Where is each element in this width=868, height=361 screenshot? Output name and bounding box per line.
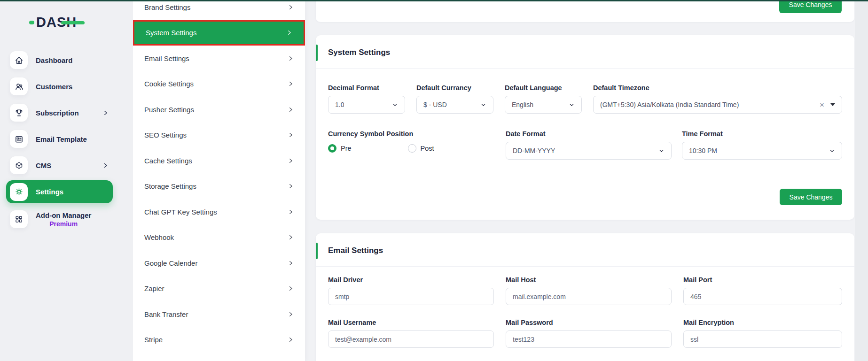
trophy-icon xyxy=(15,108,23,117)
chevron-right-icon xyxy=(288,285,294,292)
chevron-right-icon xyxy=(288,234,294,240)
chevron-right-icon xyxy=(288,260,294,266)
chevron-down-icon xyxy=(569,102,575,108)
card-header-divider xyxy=(316,266,854,267)
chevron-right-icon xyxy=(288,107,294,113)
date-format-label: Date Format xyxy=(506,130,672,138)
mail-password-label: Mail Password xyxy=(506,319,672,326)
sidebar-item-cms[interactable]: CMS xyxy=(0,152,133,178)
save-changes-button-system[interactable]: Save Changes xyxy=(780,189,842,205)
card-accent-bar xyxy=(316,243,318,259)
chevron-right-icon xyxy=(288,311,294,317)
previous-settings-card: Save Changes xyxy=(316,0,854,22)
sidebar-item-dashboard[interactable]: Dashboard xyxy=(0,47,133,73)
settings-menu-item-zapier[interactable]: Zapier xyxy=(133,276,305,302)
chevron-right-icon xyxy=(102,162,109,169)
mail-password-input[interactable] xyxy=(506,330,672,348)
currency-position-pre-radio[interactable]: Pre xyxy=(328,144,352,153)
mail-port-label: Mail Port xyxy=(683,276,842,284)
default-currency-select[interactable]: $ - USD xyxy=(416,96,493,114)
decimal-format-select[interactable]: 1.0 xyxy=(328,96,405,114)
save-changes-button-top[interactable]: Save Changes xyxy=(779,0,842,13)
mail-host-input[interactable] xyxy=(506,288,672,305)
mail-username-input[interactable] xyxy=(328,330,494,348)
sidebar-item-email-template[interactable]: Email Template xyxy=(0,126,133,152)
chevron-right-icon xyxy=(288,4,294,10)
chevron-down-icon xyxy=(658,148,665,154)
mail-host-label: Mail Host xyxy=(506,276,672,284)
radio-unselected-icon xyxy=(408,144,416,153)
decimal-format-label: Decimal Format xyxy=(328,84,405,92)
chevron-right-icon xyxy=(288,55,294,61)
default-timezone-select[interactable]: (GMT+5:30) Asia/Kolkata (India Standard … xyxy=(593,96,842,114)
box-icon xyxy=(15,161,23,170)
logo-dash-bar xyxy=(61,21,85,24)
settings-menu-item-email-settings[interactable]: Email Settings xyxy=(133,46,305,71)
chevron-right-icon xyxy=(288,209,294,215)
settings-menu-item-seo-settings[interactable]: SEO Settings xyxy=(133,123,305,148)
default-language-select[interactable]: English xyxy=(505,96,582,114)
premium-badge: Premium xyxy=(36,220,91,228)
settings-menu-item-bank-transfer[interactable]: Bank Transfer xyxy=(133,301,305,327)
settings-menu-item-cookie-settings[interactable]: Cookie Settings xyxy=(133,71,305,97)
mail-encryption-input[interactable] xyxy=(683,330,842,348)
mail-username-label: Mail Username xyxy=(328,319,494,326)
caret-down-icon xyxy=(830,103,835,106)
settings-menu-item-cache-settings[interactable]: Cache Settings xyxy=(133,148,305,174)
time-format-label: Time Format xyxy=(682,130,842,138)
default-language-label: Default Language xyxy=(505,84,582,92)
settings-menu-item-system-settings[interactable]: System Settings xyxy=(133,20,305,46)
sidebar-item-subscription[interactable]: Subscription xyxy=(0,100,133,126)
default-currency-label: Default Currancy xyxy=(416,84,493,92)
settings-menu-item-storage-settings[interactable]: Storage Settings xyxy=(133,174,305,200)
scrollbar-track[interactable] xyxy=(855,0,868,361)
logo-dash-dot xyxy=(29,21,34,24)
apps-icon xyxy=(15,215,23,223)
top-accent-bar xyxy=(0,0,868,1)
settings-menu-item-chatgpt-key-settings[interactable]: Chat GPT Key Settings xyxy=(133,199,305,225)
main-content: Save Changes System Settings Decimal For… xyxy=(305,0,868,361)
clear-icon[interactable]: × xyxy=(820,101,824,109)
default-timezone-label: Default Timezone xyxy=(593,84,842,92)
settings-menu-item-stripe[interactable]: Stripe xyxy=(133,327,305,353)
chevron-right-icon xyxy=(288,81,294,87)
app-screen: DASH Dashboard Customers Subscript xyxy=(0,0,868,361)
chevron-right-icon xyxy=(102,110,109,116)
currency-symbol-position-label: Currency Symbol Position xyxy=(328,130,488,138)
radio-selected-icon xyxy=(328,144,336,153)
currency-position-post-radio[interactable]: Post xyxy=(408,144,434,153)
date-format-select[interactable]: DD-MM-YYYY xyxy=(506,142,672,160)
email-settings-card: Email Settings Mail Driver Mail Host Mai… xyxy=(316,233,854,361)
card-header-divider xyxy=(316,68,854,69)
system-settings-card: System Settings Decimal Format 1.0 Defau… xyxy=(316,35,854,220)
settings-submenu: Brand Settings System Settings Email Set… xyxy=(133,0,305,361)
users-icon xyxy=(15,82,23,91)
sidebar-item-customers[interactable]: Customers xyxy=(0,73,133,100)
settings-menu-item-webhook[interactable]: Webhook xyxy=(133,225,305,251)
chevron-down-icon xyxy=(829,148,835,154)
sidebar-item-addon-manager[interactable]: Add-on Manager Premium xyxy=(0,205,133,234)
mail-encryption-label: Mail Encryption xyxy=(683,319,842,326)
time-format-select[interactable]: 10:30 PM xyxy=(682,142,842,160)
card-accent-bar xyxy=(316,45,318,61)
chevron-right-icon xyxy=(288,132,294,138)
chevron-right-icon xyxy=(286,30,292,36)
mail-driver-input[interactable] xyxy=(328,288,494,305)
settings-menu-item-pusher-settings[interactable]: Pusher Settings xyxy=(133,97,305,123)
system-settings-title: System Settings xyxy=(328,48,390,57)
dash-logo: DASH xyxy=(29,14,77,30)
template-icon xyxy=(15,135,23,144)
chevron-down-icon xyxy=(480,102,486,108)
sidebar: DASH Dashboard Customers Subscript xyxy=(0,0,133,361)
chevron-down-icon xyxy=(392,102,398,108)
mail-port-input[interactable] xyxy=(683,288,842,305)
mail-driver-label: Mail Driver xyxy=(328,276,494,284)
gear-icon xyxy=(15,187,23,196)
sidebar-nav: Dashboard Customers Subscription xyxy=(0,47,133,234)
chevron-right-icon xyxy=(288,158,294,164)
sidebar-item-settings[interactable]: Settings xyxy=(6,180,113,203)
chevron-right-icon xyxy=(288,183,294,189)
settings-menu-item-brand-settings[interactable]: Brand Settings xyxy=(133,0,305,20)
email-settings-title: Email Settings xyxy=(328,246,383,255)
settings-menu-item-google-calender[interactable]: Google Calender xyxy=(133,250,305,276)
